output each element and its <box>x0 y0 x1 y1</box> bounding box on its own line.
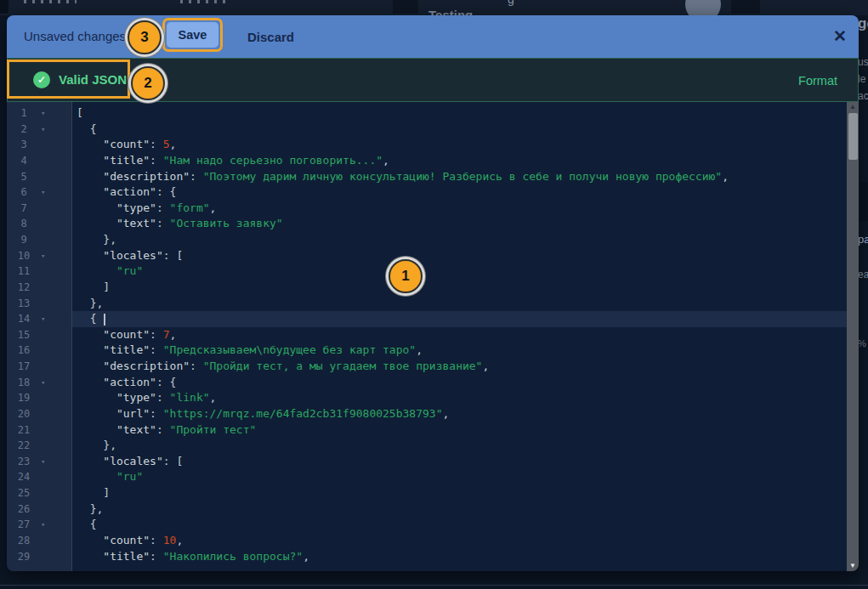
line-number: 5 <box>7 169 41 185</box>
code-line[interactable]: 16 "title": "Предсказываем\nбудущее без … <box>7 343 847 359</box>
line-number: 25 <box>7 485 41 501</box>
line-number: 6 <box>7 184 41 201</box>
line-gutter: 10▾ <box>7 248 72 264</box>
code-text: "description": "Поэтому дарим личную кон… <box>72 169 847 185</box>
background-panel-fragment <box>393 0 418 14</box>
code-line[interactable]: 8 "text": "Оставить заявку" <box>7 216 847 232</box>
line-gutter: 27▾ <box>7 517 72 533</box>
background-page-right: ge us le ac pa ea % <box>859 15 868 589</box>
code-line[interactable]: 19 "type": "link", <box>7 390 847 406</box>
code-text: "title": "Нам надо серьезно поговорить..… <box>72 153 847 169</box>
scroll-down-icon[interactable]: ▼ <box>847 562 859 570</box>
code-text: }, <box>72 438 847 454</box>
code-line[interactable]: 22 }, <box>7 438 847 454</box>
code-text: "title": "Предсказываем\nбудущее без кар… <box>72 343 847 359</box>
annotation-step-2: 2 <box>131 66 165 100</box>
discard-button[interactable]: Discard <box>242 15 299 58</box>
code-text: }, <box>72 296 847 312</box>
line-number: 11 <box>7 263 41 280</box>
format-button[interactable]: Format <box>793 59 842 101</box>
code-line[interactable]: 28 "count": 10, <box>7 533 847 549</box>
line-gutter: 8 <box>7 216 72 232</box>
line-number: 24 <box>7 469 41 485</box>
line-number: 26 <box>7 501 41 518</box>
fold-arrow-icon[interactable]: ▾ <box>41 248 58 264</box>
annotation-step-1: 1 <box>389 259 423 293</box>
scrollbar-thumb[interactable] <box>848 113 858 160</box>
json-code-editor[interactable]: 1▾[2▾ {3 "count": 5,4 "title": "Нам надо… <box>7 102 859 571</box>
fold-spacer <box>41 232 58 248</box>
code-line[interactable]: 21 "text": "Пройти тест" <box>7 422 847 439</box>
code-line[interactable]: 17 "description": "Пройди тест, а мы уга… <box>7 359 847 375</box>
text-cursor <box>104 314 105 326</box>
code-line[interactable]: 5 "description": "Поэтому дарим личную к… <box>7 169 847 185</box>
code-text: "url": "https://mrqz.me/64fad2cb31f90800… <box>72 406 847 422</box>
fold-arrow-icon[interactable]: ▾ <box>41 105 58 122</box>
scroll-up-icon[interactable]: ▲ <box>847 103 859 111</box>
line-number: 10 <box>7 248 41 264</box>
code-text: "locales": [ <box>72 248 847 264</box>
code-text: "text": "Оставить заявку" <box>72 216 847 232</box>
code-line[interactable]: 2▾ { <box>7 122 847 138</box>
background-corner-block <box>0 0 9 14</box>
line-gutter: 11 <box>7 263 72 280</box>
background-page-top: Testing g <box>0 0 868 15</box>
line-gutter: 29 <box>7 549 72 565</box>
code-line[interactable]: 13 }, <box>7 296 847 312</box>
code-line[interactable]: 10▾ "locales": [ <box>7 248 847 264</box>
code-text: "count": 7, <box>72 327 847 343</box>
code-line[interactable]: 3 "count": 5, <box>7 137 847 153</box>
close-icon[interactable]: ✕ <box>833 15 847 58</box>
code-line[interactable]: 7 "type": "form", <box>7 201 847 217</box>
fold-arrow-icon[interactable]: ▾ <box>41 454 58 470</box>
code-line[interactable]: 23▾ "locales": [ <box>7 454 847 470</box>
avatar <box>685 0 721 15</box>
code-line[interactable]: 20 "url": "https://mrqz.me/64fad2cb31f90… <box>7 406 847 422</box>
code-text: "count": 5, <box>72 137 847 153</box>
background-text-fragment: pa <box>859 233 868 246</box>
line-gutter: 25 <box>7 485 72 501</box>
line-gutter: 15 <box>7 327 72 343</box>
code-line[interactable]: 25 ] <box>7 485 847 501</box>
scrollbar[interactable]: ▲ ▼ <box>847 102 859 571</box>
line-gutter: 9 <box>7 232 72 248</box>
fold-arrow-icon[interactable]: ▾ <box>41 311 58 327</box>
code-line[interactable]: 14▾ { <box>7 311 847 327</box>
code-text: { <box>72 122 847 138</box>
code-line[interactable]: 29 "title": "Накопились вопросы?", <box>7 549 847 565</box>
fold-spacer <box>41 169 58 185</box>
fold-spacer <box>41 469 58 485</box>
code-line[interactable]: 4 "title": "Нам надо серьезно поговорить… <box>7 153 847 169</box>
code-line[interactable]: 18▾ "action": { <box>7 375 847 391</box>
line-gutter: 6▾ <box>7 184 72 201</box>
line-gutter: 18▾ <box>7 375 72 391</box>
code-line[interactable]: 11 "ru" <box>7 263 847 280</box>
code-line[interactable]: 15 "count": 7, <box>7 327 847 343</box>
line-number: 28 <box>7 533 41 549</box>
save-button[interactable]: Save <box>167 22 218 48</box>
fold-spacer <box>41 485 58 501</box>
code-line[interactable]: 26 }, <box>7 501 847 518</box>
code-line[interactable]: 24 "ru" <box>7 469 847 485</box>
code-line[interactable]: 27▾ { <box>7 517 847 533</box>
line-number: 13 <box>7 296 41 312</box>
code-text: "count": 10, <box>72 533 847 549</box>
code-lines: 1▾[2▾ {3 "count": 5,4 "title": "Нам надо… <box>7 105 847 564</box>
line-number: 21 <box>7 422 41 439</box>
code-line[interactable]: 9 }, <box>7 232 847 248</box>
line-number: 18 <box>7 375 41 391</box>
fold-spacer <box>41 343 58 359</box>
code-text: "title": "Накопились вопросы?", <box>72 549 847 565</box>
fold-arrow-icon[interactable]: ▾ <box>41 184 58 201</box>
code-line[interactable]: 1▾[ <box>7 105 847 122</box>
line-gutter: 28 <box>7 533 72 549</box>
fold-arrow-icon[interactable]: ▾ <box>41 375 58 391</box>
fold-spacer <box>41 359 58 375</box>
code-line[interactable]: 12 ] <box>7 280 847 296</box>
line-gutter: 21 <box>7 422 72 439</box>
fold-arrow-icon[interactable]: ▾ <box>41 122 58 138</box>
code-line[interactable]: 6▾ "action": { <box>7 184 847 201</box>
fold-arrow-icon[interactable]: ▾ <box>41 517 58 533</box>
line-gutter: 23▾ <box>7 454 72 470</box>
fold-spacer <box>41 422 58 439</box>
